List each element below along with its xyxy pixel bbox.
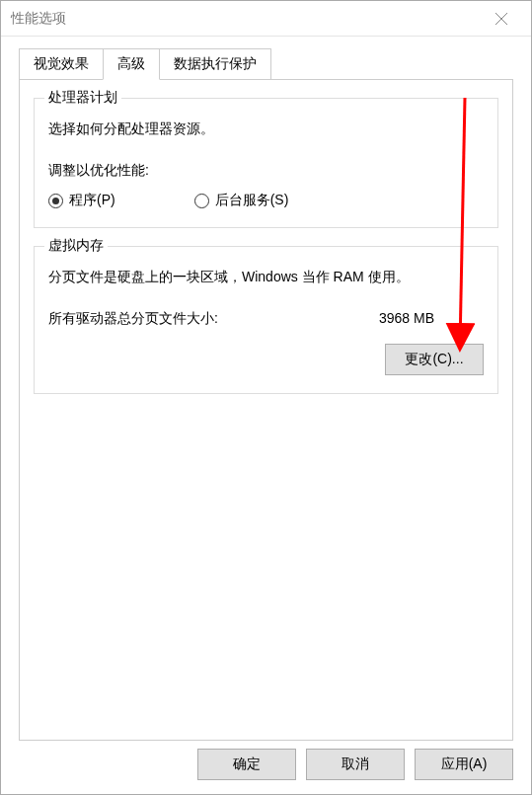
radio-programs-indicator bbox=[48, 194, 63, 208]
virtual-memory-group: 虚拟内存 分页文件是硬盘上的一块区域，Windows 当作 RAM 使用。 所有… bbox=[34, 246, 498, 394]
processor-group-title: 处理器计划 bbox=[44, 89, 121, 107]
change-button[interactable]: 更改(C)... bbox=[385, 344, 484, 375]
paging-file-row: 所有驱动器总分页文件大小: 3968 MB bbox=[48, 310, 484, 328]
change-button-row: 更改(C)... bbox=[48, 344, 484, 375]
radio-services-indicator bbox=[194, 194, 209, 208]
radio-services-label: 后台服务(S) bbox=[215, 192, 289, 209]
processor-desc: 选择如何分配处理器资源。 bbox=[48, 120, 484, 138]
tab-strip: 视觉效果 高级 数据执行保护 bbox=[19, 48, 531, 80]
tab-content: 处理器计划 选择如何分配处理器资源。 调整以优化性能: 程序(P) 后台服务(S… bbox=[19, 79, 513, 741]
dialog-footer: 确定 取消 应用(A) bbox=[197, 749, 513, 780]
vmemory-group-title: 虚拟内存 bbox=[44, 237, 108, 255]
ok-button[interactable]: 确定 bbox=[197, 749, 296, 780]
tab-dep[interactable]: 数据执行保护 bbox=[159, 48, 271, 80]
close-button[interactable] bbox=[482, 4, 521, 34]
tab-visual-effects[interactable]: 视觉效果 bbox=[19, 48, 104, 80]
radio-row: 程序(P) 后台服务(S) bbox=[48, 192, 484, 209]
radio-programs-label: 程序(P) bbox=[69, 192, 115, 209]
total-paging-value: 3968 MB bbox=[379, 310, 434, 328]
window-title: 性能选项 bbox=[11, 10, 482, 28]
total-paging-label: 所有驱动器总分页文件大小: bbox=[48, 310, 218, 328]
cancel-button[interactable]: 取消 bbox=[306, 749, 405, 780]
titlebar: 性能选项 bbox=[1, 1, 531, 37]
tab-advanced[interactable]: 高级 bbox=[103, 48, 160, 80]
vmemory-desc: 分页文件是硬盘上的一块区域，Windows 当作 RAM 使用。 bbox=[48, 269, 484, 286]
close-icon bbox=[495, 13, 507, 25]
radio-programs[interactable]: 程序(P) bbox=[48, 192, 115, 209]
apply-button[interactable]: 应用(A) bbox=[415, 749, 513, 780]
adjust-label: 调整以优化性能: bbox=[48, 162, 484, 180]
processor-scheduling-group: 处理器计划 选择如何分配处理器资源。 调整以优化性能: 程序(P) 后台服务(S… bbox=[34, 98, 498, 228]
radio-background-services[interactable]: 后台服务(S) bbox=[194, 192, 289, 209]
